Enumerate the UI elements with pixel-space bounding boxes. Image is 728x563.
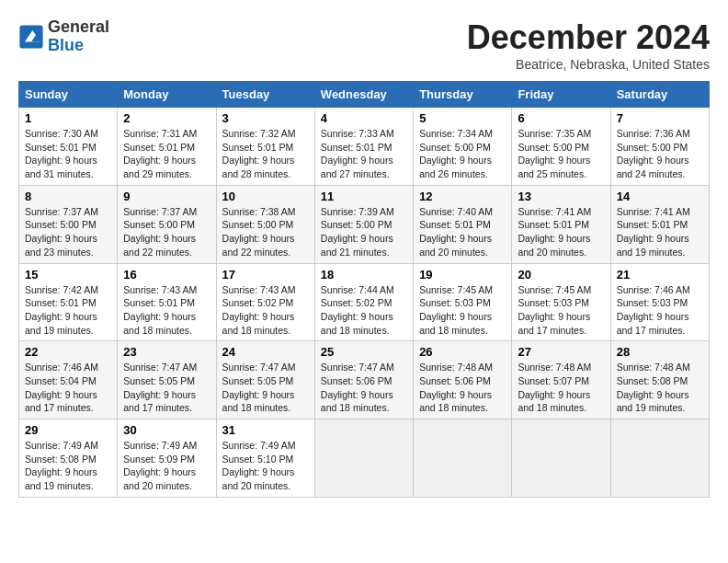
day-number: 31 [222, 423, 309, 437]
table-row: 26 Sunrise: 7:48 AMSunset: 5:06 PMDaylig… [414, 341, 512, 419]
table-row: 28 Sunrise: 7:48 AMSunset: 5:08 PMDaylig… [610, 341, 709, 419]
logo-general: General [48, 17, 109, 36]
day-number: 22 [25, 345, 111, 359]
logo-icon [18, 24, 44, 50]
table-row: 16 Sunrise: 7:43 AMSunset: 5:01 PMDaylig… [118, 263, 216, 341]
day-detail: Sunrise: 7:30 AMSunset: 5:01 PMDaylight:… [25, 128, 98, 179]
table-row: 20 Sunrise: 7:45 AMSunset: 5:03 PMDaylig… [512, 263, 610, 341]
table-row: 23 Sunrise: 7:47 AMSunset: 5:05 PMDaylig… [118, 341, 216, 419]
day-detail: Sunrise: 7:46 AMSunset: 5:04 PMDaylight:… [25, 362, 98, 413]
title-block: December 2024 Beatrice, Nebraska, United… [467, 18, 710, 72]
day-number: 10 [222, 190, 309, 203]
day-number: 25 [321, 345, 407, 359]
day-number: 8 [25, 190, 111, 203]
day-detail: Sunrise: 7:41 AMSunset: 5:01 PMDaylight:… [518, 206, 591, 258]
day-number: 6 [518, 111, 604, 125]
day-detail: Sunrise: 7:37 AMSunset: 5:00 PMDaylight:… [123, 206, 197, 258]
day-detail: Sunrise: 7:32 AMSunset: 5:01 PMDaylight:… [222, 128, 296, 179]
table-row: 13 Sunrise: 7:41 AMSunset: 5:01 PMDaylig… [512, 185, 610, 263]
day-detail: Sunrise: 7:40 AMSunset: 5:01 PMDaylight:… [419, 206, 493, 258]
col-monday: Monday [118, 82, 216, 108]
day-number: 11 [321, 190, 407, 203]
calendar-row: 8 Sunrise: 7:37 AMSunset: 5:00 PMDayligh… [19, 185, 710, 263]
table-row: 25 Sunrise: 7:47 AMSunset: 5:06 PMDaylig… [314, 341, 413, 419]
table-row: 8 Sunrise: 7:37 AMSunset: 5:00 PMDayligh… [19, 185, 118, 263]
calendar-table: Sunday Monday Tuesday Wednesday Thursday… [18, 81, 710, 498]
day-number: 9 [123, 190, 210, 203]
table-row: 29 Sunrise: 7:49 AMSunset: 5:08 PMDaylig… [19, 419, 118, 498]
day-detail: Sunrise: 7:45 AMSunset: 5:03 PMDaylight:… [419, 284, 493, 336]
col-friday: Friday [512, 82, 610, 108]
table-row: 9 Sunrise: 7:37 AMSunset: 5:00 PMDayligh… [118, 185, 216, 263]
table-row: 2 Sunrise: 7:31 AMSunset: 5:01 PMDayligh… [118, 108, 216, 186]
day-detail: Sunrise: 7:47 AMSunset: 5:05 PMDaylight:… [123, 362, 197, 413]
day-detail: Sunrise: 7:48 AMSunset: 5:06 PMDaylight:… [419, 362, 493, 413]
day-detail: Sunrise: 7:48 AMSunset: 5:07 PMDaylight:… [518, 362, 591, 413]
day-number: 1 [25, 111, 111, 125]
day-detail: Sunrise: 7:47 AMSunset: 5:06 PMDaylight:… [321, 362, 394, 413]
day-detail: Sunrise: 7:46 AMSunset: 5:03 PMDaylight:… [617, 284, 690, 336]
table-row: 6 Sunrise: 7:35 AMSunset: 5:00 PMDayligh… [512, 108, 610, 186]
table-row: 21 Sunrise: 7:46 AMSunset: 5:03 PMDaylig… [610, 263, 709, 341]
table-row: 4 Sunrise: 7:33 AMSunset: 5:01 PMDayligh… [314, 108, 413, 186]
table-row [414, 419, 512, 498]
day-number: 30 [123, 423, 210, 437]
day-number: 20 [518, 268, 604, 282]
table-row: 30 Sunrise: 7:49 AMSunset: 5:09 PMDaylig… [118, 419, 216, 498]
table-row: 3 Sunrise: 7:32 AMSunset: 5:01 PMDayligh… [216, 108, 314, 186]
day-number: 17 [222, 268, 309, 282]
calendar-row: 1 Sunrise: 7:30 AMSunset: 5:01 PMDayligh… [19, 108, 710, 186]
table-row: 10 Sunrise: 7:38 AMSunset: 5:00 PMDaylig… [216, 185, 314, 263]
day-number: 5 [419, 111, 506, 125]
day-number: 2 [123, 111, 210, 125]
col-thursday: Thursday [414, 82, 512, 108]
logo: General Blue [18, 18, 109, 55]
day-number: 3 [222, 111, 309, 125]
day-number: 14 [617, 190, 703, 203]
col-tuesday: Tuesday [216, 82, 314, 108]
calendar-subtitle: Beatrice, Nebraska, United States [467, 57, 710, 72]
header: General Blue December 2024 Beatrice, Neb… [18, 18, 710, 72]
day-detail: Sunrise: 7:31 AMSunset: 5:01 PMDaylight:… [123, 128, 197, 179]
day-detail: Sunrise: 7:35 AMSunset: 5:00 PMDaylight:… [518, 128, 591, 179]
day-number: 27 [518, 345, 604, 359]
calendar-row: 22 Sunrise: 7:46 AMSunset: 5:04 PMDaylig… [19, 341, 710, 419]
day-detail: Sunrise: 7:43 AMSunset: 5:02 PMDaylight:… [222, 284, 296, 336]
day-detail: Sunrise: 7:48 AMSunset: 5:08 PMDaylight:… [617, 362, 690, 413]
table-row [314, 419, 413, 498]
day-detail: Sunrise: 7:41 AMSunset: 5:01 PMDaylight:… [617, 206, 690, 258]
day-number: 24 [222, 345, 309, 359]
table-row: 27 Sunrise: 7:48 AMSunset: 5:07 PMDaylig… [512, 341, 610, 419]
day-number: 19 [419, 268, 506, 282]
table-row: 19 Sunrise: 7:45 AMSunset: 5:03 PMDaylig… [414, 263, 512, 341]
day-number: 16 [123, 268, 210, 282]
table-row: 11 Sunrise: 7:39 AMSunset: 5:00 PMDaylig… [314, 185, 413, 263]
day-detail: Sunrise: 7:42 AMSunset: 5:01 PMDaylight:… [25, 284, 98, 336]
table-row: 1 Sunrise: 7:30 AMSunset: 5:01 PMDayligh… [19, 108, 118, 186]
day-number: 15 [25, 268, 111, 282]
table-row: 22 Sunrise: 7:46 AMSunset: 5:04 PMDaylig… [19, 341, 118, 419]
header-row: Sunday Monday Tuesday Wednesday Thursday… [19, 82, 710, 108]
logo-text: General Blue [48, 18, 109, 55]
calendar-row: 15 Sunrise: 7:42 AMSunset: 5:01 PMDaylig… [19, 263, 710, 341]
day-number: 13 [518, 190, 604, 203]
day-number: 4 [321, 111, 407, 125]
table-row: 31 Sunrise: 7:49 AMSunset: 5:10 PMDaylig… [216, 419, 314, 498]
table-row: 7 Sunrise: 7:36 AMSunset: 5:00 PMDayligh… [610, 108, 709, 186]
col-sunday: Sunday [19, 82, 118, 108]
day-detail: Sunrise: 7:45 AMSunset: 5:03 PMDaylight:… [518, 284, 591, 336]
day-detail: Sunrise: 7:49 AMSunset: 5:09 PMDaylight:… [123, 440, 197, 491]
table-row: 14 Sunrise: 7:41 AMSunset: 5:01 PMDaylig… [610, 185, 709, 263]
col-saturday: Saturday [610, 82, 709, 108]
table-row: 12 Sunrise: 7:40 AMSunset: 5:01 PMDaylig… [414, 185, 512, 263]
day-detail: Sunrise: 7:34 AMSunset: 5:00 PMDaylight:… [419, 128, 493, 179]
table-row: 17 Sunrise: 7:43 AMSunset: 5:02 PMDaylig… [216, 263, 314, 341]
day-number: 28 [617, 345, 703, 359]
day-detail: Sunrise: 7:49 AMSunset: 5:08 PMDaylight:… [25, 440, 98, 491]
day-number: 23 [123, 345, 210, 359]
table-row: 15 Sunrise: 7:42 AMSunset: 5:01 PMDaylig… [19, 263, 118, 341]
day-detail: Sunrise: 7:33 AMSunset: 5:01 PMDaylight:… [321, 128, 394, 179]
day-detail: Sunrise: 7:36 AMSunset: 5:00 PMDaylight:… [617, 128, 690, 179]
day-number: 12 [419, 190, 506, 203]
day-number: 21 [617, 268, 703, 282]
